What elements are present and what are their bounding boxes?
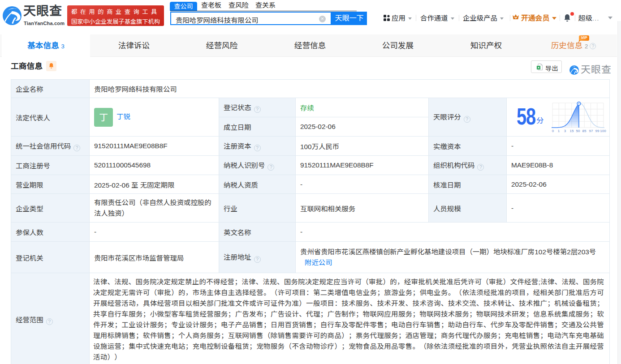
svg-text:85: 85 — [582, 129, 586, 133]
svg-text:97: 97 — [589, 129, 593, 133]
svg-text:50: 50 — [576, 129, 580, 133]
svg-text:99: 99 — [595, 129, 599, 133]
svg-text:3: 3 — [564, 129, 566, 133]
svg-text:15: 15 — [570, 129, 574, 133]
svg-text:0: 0 — [552, 129, 554, 133]
svg-text:1: 1 — [558, 129, 560, 133]
svg-text:100: 100 — [600, 129, 606, 133]
